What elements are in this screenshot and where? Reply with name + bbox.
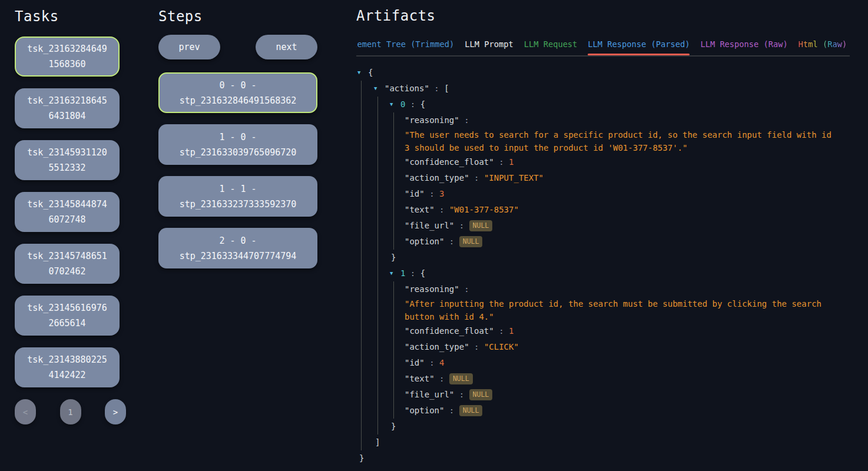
next-step-button[interactable]: next (256, 35, 317, 59)
null-badge: NULL (459, 236, 483, 247)
task-item[interactable]: tsk_231459311205512332 (15, 140, 120, 180)
json-tree-row: } (356, 250, 850, 266)
step-item[interactable]: 2 - 0 - stp_231633344707774794 (158, 228, 317, 268)
collapse-arrow-icon[interactable]: ▼ (390, 97, 400, 112)
json-tree-viewer: ▼{ ▼"actions" : [ ▼0 : { "reasoning" : "… (356, 65, 850, 466)
json-tree-row: ▼0 : { (356, 97, 850, 112)
json-tree-row: "confidence_float" : 1 (356, 154, 850, 170)
json-tree-row: "action_type" : "INPUT_TEXT" (356, 170, 850, 186)
json-tree-row: "option" : NULL (356, 403, 850, 419)
tab-llm-prompt[interactable]: LLM Prompt (465, 38, 513, 55)
step-item[interactable]: 1 - 0 - stp_231633039765096720 (158, 124, 317, 165)
json-tree-row: "id" : 4 (356, 355, 850, 371)
json-tree-row: "After inputting the product id, the sea… (356, 297, 850, 323)
tab-llm-response-parsed[interactable]: LLM Response (Parsed) (588, 38, 690, 55)
json-tree-row: ▼"actions" : [ (356, 81, 850, 97)
json-tree-row: ] (356, 434, 850, 450)
steps-panel: Steps prev next 0 - 0 - stp_231632846491… (158, 8, 317, 268)
collapse-arrow-icon[interactable]: ▼ (357, 65, 368, 81)
json-tree-row: "The user needs to search for a specific… (356, 128, 850, 154)
json-tree-row: } (356, 450, 850, 466)
json-tree-row: "action_type" : "CLICK" (356, 339, 850, 355)
task-item[interactable]: tsk_231632846491568360 (15, 37, 120, 77)
artifacts-title: Artifacts (356, 8, 850, 24)
artifacts-panel: Artifacts Element Tree (Trimmed) LLM Pro… (356, 8, 850, 466)
tab-llm-response-raw[interactable]: LLM Response (Raw) (700, 38, 787, 55)
json-tree-row: "id" : 3 (356, 186, 850, 202)
tab-element-tree-trimmed[interactable]: Element Tree (Trimmed) (356, 38, 454, 55)
tab-html-raw[interactable]: Html (Raw) (799, 38, 847, 55)
indent-guide (377, 97, 378, 434)
prev-step-button[interactable]: prev (158, 35, 220, 59)
json-tree-row: } (356, 419, 850, 434)
artifacts-tab-bar: Element Tree (Trimmed) LLM Prompt LLM Re… (356, 38, 850, 57)
task-item[interactable]: tsk_231456169762665614 (15, 296, 120, 336)
json-tree-row: ▼{ (356, 65, 850, 81)
tab-llm-request[interactable]: LLM Request (524, 38, 578, 55)
null-badge: NULL (459, 405, 483, 416)
task-item[interactable]: tsk_231438802254142422 (15, 347, 120, 387)
pagination-page-button[interactable]: 1 (60, 399, 81, 424)
tasks-pagination: < 1 > (15, 399, 126, 424)
pagination-next-button[interactable]: > (105, 399, 126, 424)
tasks-title: Tasks (15, 8, 120, 25)
json-tree-row: "confidence_float" : 1 (356, 323, 850, 339)
json-tree-row: ▼1 : { (356, 266, 850, 281)
null-badge: NULL (449, 373, 473, 384)
json-tree-row: "reasoning" : (356, 281, 850, 297)
indent-guide (393, 281, 394, 419)
collapse-arrow-icon[interactable]: ▼ (390, 266, 400, 281)
indent-guide (393, 112, 394, 250)
step-item[interactable]: 0 - 0 - stp_231632846491568362 (158, 72, 317, 113)
json-tree-row: "text" : "W01-377-8537" (356, 202, 850, 218)
string-value: "The user needs to search for a specific… (405, 128, 837, 154)
tasks-panel: Tasks tsk_231632846491568360 tsk_2316321… (15, 8, 120, 424)
collapse-arrow-icon[interactable]: ▼ (374, 81, 385, 97)
json-tree-row: "text" : NULL (356, 371, 850, 387)
json-tree-row: "option" : NULL (356, 234, 850, 250)
task-item[interactable]: tsk_231632186456431804 (15, 88, 120, 128)
step-item[interactable]: 1 - 1 - stp_231633237333592370 (158, 176, 317, 217)
null-badge: NULL (469, 389, 493, 400)
indent-guide (361, 81, 362, 450)
task-item[interactable]: tsk_231458448746072748 (15, 192, 120, 232)
pagination-prev-button[interactable]: < (15, 399, 36, 424)
json-tree-row: "reasoning" : (356, 112, 850, 128)
steps-title: Steps (158, 8, 317, 25)
steps-nav: prev next (158, 35, 317, 59)
json-tree-row: "file_url" : NULL (356, 218, 850, 234)
task-item[interactable]: tsk_231457486510702462 (15, 244, 120, 284)
null-badge: NULL (469, 220, 493, 231)
string-value: "After inputting the product id, the sea… (405, 297, 837, 323)
json-tree-row: "file_url" : NULL (356, 387, 850, 403)
